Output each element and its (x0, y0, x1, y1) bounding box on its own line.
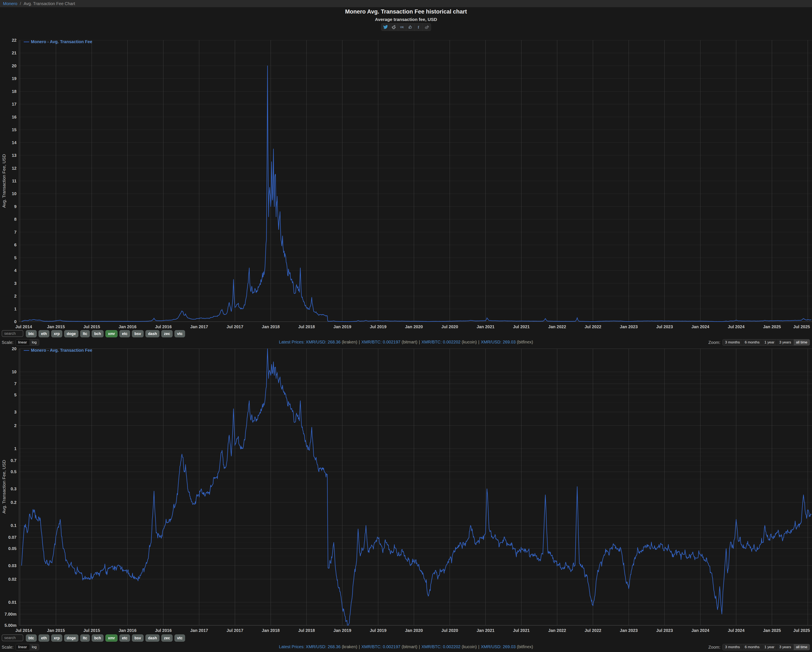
coin-button-eth[interactable]: eth (38, 330, 49, 337)
gridlines (19, 349, 812, 625)
y-tick-label: 5 (14, 393, 17, 397)
price-link-xmr-btc-kucoin[interactable]: XMR/BTC: 0.002202 (421, 644, 461, 649)
zoom-control: Zoom:3 months6 months1 year3 yearsall ti… (708, 644, 810, 650)
price-link-xmr-btc-bitmart[interactable]: XMR/BTC: 0.002197 (362, 644, 401, 649)
coin-button-doge[interactable]: doge (64, 634, 78, 641)
y-tick-label: 5.00m (5, 623, 17, 628)
search-input[interactable] (2, 634, 23, 641)
coin-button-zec[interactable]: zec (161, 330, 172, 337)
coin-button-zec[interactable]: zec (161, 634, 172, 641)
zoom-option-all-time[interactable]: all time (794, 644, 810, 650)
y-tick-label: 0.07 (8, 535, 17, 539)
coin-button-btc[interactable]: btc (26, 634, 37, 641)
coin-button-vtc[interactable]: vtc (174, 634, 185, 641)
zoom-option-3-years[interactable]: 3 years (777, 644, 794, 650)
x-tick-label: Jan 2020 (405, 628, 423, 633)
price-link-xmr-usd-kraken[interactable]: XMR/USD: 268.36 (306, 644, 341, 649)
coin-button-ltc[interactable]: ltc (80, 330, 90, 337)
price-separator: | (478, 340, 479, 344)
zoom-label: Zoom: (708, 645, 720, 650)
price-link-xmr-btc-kucoin[interactable]: XMR/BTC: 0.002202 (421, 340, 461, 344)
zoom-option-all-time[interactable]: all time (794, 340, 810, 345)
zoom-control: Zoom:3 months6 months1 year3 yearsall ti… (708, 339, 810, 346)
x-tick-label: Jul 2025 (794, 628, 810, 633)
legend-label: Monero - Avg. Transaction Fee (31, 348, 92, 353)
coin-button-dash[interactable]: dash (145, 634, 159, 641)
x-tick-label: Jan 2015 (47, 628, 65, 633)
coin-button-xrp[interactable]: xrp (51, 330, 62, 337)
x-tick-label: Jul 2024 (728, 628, 745, 633)
x-tick-label: Jan 2018 (262, 628, 280, 633)
y-tick-label: 0.02 (8, 577, 17, 582)
zoom-option-1-year[interactable]: 1 year (762, 644, 777, 650)
y-tick-label: 0.05 (8, 546, 17, 551)
y-tick-label: 2 (14, 423, 17, 428)
price-link-xmr-usd-bitfinex[interactable]: XMR/USD: 269.03 (481, 644, 516, 649)
y-tick-label: 3 (14, 410, 17, 414)
price-link-xmr-btc-bitmart[interactable]: XMR/BTC: 0.002197 (362, 340, 401, 344)
y-tick-label: 0.5 (11, 469, 17, 474)
x-tick-label: Jul 2023 (656, 628, 673, 633)
price-exchange: (bitmart) (401, 644, 417, 649)
coin-button-etc[interactable]: etc (119, 330, 130, 337)
coin-button-dash[interactable]: dash (145, 330, 159, 337)
zoom-option-1-year[interactable]: 1 year (762, 340, 777, 345)
price-separator: | (419, 644, 420, 649)
x-tick-label: Jan 2024 (691, 628, 709, 633)
y-tick-label: 7.00m (5, 612, 17, 617)
x-tick-label: Jan 2023 (620, 628, 638, 633)
x-tick-label: Jul 2015 (84, 628, 100, 633)
y-tick-label: 1 (14, 446, 17, 451)
zoom-option-6-months[interactable]: 6 months (742, 340, 762, 345)
coin-button-bsv[interactable]: bsv (132, 330, 143, 337)
coin-button-vtc[interactable]: vtc (174, 330, 185, 337)
price-link-xmr-usd-kraken[interactable]: XMR/USD: 268.36 (306, 340, 341, 344)
x-tick-label: Jul 2018 (298, 628, 315, 633)
coin-button-xmr[interactable]: xmr (105, 634, 118, 641)
latest-prices: Latest Prices: XMR/USD: 268.36 (kraken)|… (0, 340, 812, 344)
zoom-option-3-months[interactable]: 3 months (723, 644, 742, 650)
price-exchange: (kraken) (342, 644, 357, 649)
zoom-option-3-years[interactable]: 3 years (777, 340, 794, 345)
latest-prices-label[interactable]: Latest Prices: (279, 644, 304, 649)
search-input[interactable] (2, 330, 23, 337)
latest-prices: Latest Prices: XMR/USD: 268.36 (kraken)|… (0, 644, 812, 649)
y-tick-label: 0.1 (11, 523, 17, 528)
x-tick-label: Jul 2016 (155, 628, 172, 633)
zoom-button-group: 3 months6 months1 year3 yearsall time (722, 339, 810, 346)
x-tick-label: Jul 2020 (441, 628, 458, 633)
y-tick-label: 7 (14, 381, 17, 386)
page: Monero/Avg. Transaction Fee Chart Monero… (0, 0, 812, 652)
latest-prices-label[interactable]: Latest Prices: (279, 340, 304, 344)
coin-button-bsv[interactable]: bsv (132, 634, 143, 641)
price-exchange: (bitmart) (401, 340, 417, 344)
coin-button-xmr[interactable]: xmr (105, 330, 118, 337)
log-fee-chart[interactable]: 2010753210.70.50.30.20.10.070.050.030.02… (0, 0, 812, 652)
coin-button-xrp[interactable]: xrp (51, 634, 62, 641)
price-link-xmr-usd-bitfinex[interactable]: XMR/USD: 269.03 (481, 340, 516, 344)
price-separator: | (419, 340, 420, 344)
coin-button-bch[interactable]: bch (92, 634, 104, 641)
coin-button-ltc[interactable]: ltc (80, 634, 90, 641)
zoom-option-3-months[interactable]: 3 months (723, 340, 742, 345)
coin-button-btc[interactable]: btc (26, 330, 37, 337)
zoom-label: Zoom: (708, 340, 720, 345)
x-axis-labels: Jul 2014Jan 2015Jul 2015Jan 2016Jul 2016… (15, 628, 810, 633)
y-tick-label: 10 (12, 370, 17, 374)
coin-button-eth[interactable]: eth (38, 634, 49, 641)
x-tick-label: Jan 2025 (763, 628, 781, 633)
zoom-option-6-months[interactable]: 6 months (742, 644, 762, 650)
price-separator: | (359, 340, 360, 344)
x-tick-label: Jan 2021 (476, 628, 495, 633)
x-tick-label: Jan 2022 (548, 628, 566, 633)
x-tick-label: Jul 2017 (227, 628, 243, 633)
coin-button-etc[interactable]: etc (119, 634, 130, 641)
y-tick-label: 0.2 (11, 500, 17, 505)
coin-button-bch[interactable]: bch (92, 330, 104, 337)
x-tick-label: Jan 2016 (119, 628, 137, 633)
fee-series-line (21, 349, 811, 625)
y-tick-label: 0.01 (8, 600, 17, 605)
controls-row: Scale:linearlogLatest Prices: XMR/USD: 2… (0, 644, 812, 651)
coin-button-doge[interactable]: doge (64, 330, 78, 337)
chart-legend[interactable]: Monero - Avg. Transaction Fee (24, 348, 92, 353)
